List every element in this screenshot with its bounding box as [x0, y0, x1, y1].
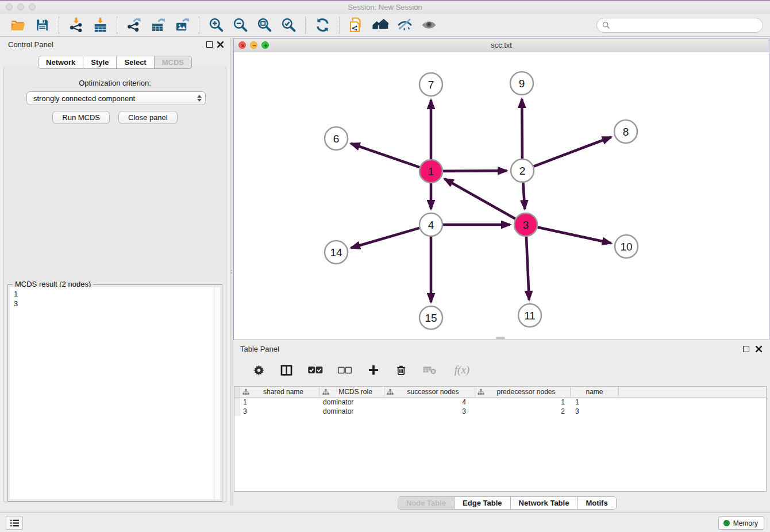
open-file-button[interactable]: [9, 16, 26, 34]
save-session-button[interactable]: [33, 16, 51, 34]
export-network-button[interactable]: [125, 16, 143, 34]
edge-2-9[interactable]: [522, 99, 522, 159]
import-network-button[interactable]: [67, 16, 84, 34]
table-cell[interactable]: 1: [475, 398, 571, 407]
close-panel-button[interactable]: Close panel: [118, 111, 178, 124]
table-row[interactable]: 3dominator323: [234, 407, 766, 416]
duplicate-network-button[interactable]: [348, 16, 365, 34]
refresh-icon: [315, 17, 330, 33]
duplicate-network-icon: [349, 17, 364, 33]
mcds-result-text-area[interactable]: 13: [10, 287, 220, 499]
delete-rows-button[interactable]: [392, 361, 410, 379]
column-header-name[interactable]: name: [571, 387, 619, 397]
result-scrollbar[interactable]: [214, 287, 220, 499]
list-icon: [10, 519, 20, 527]
status-bar: Memory: [0, 512, 770, 532]
edge-1-2[interactable]: [443, 171, 507, 171]
import-network-icon: [68, 17, 84, 33]
edge-2-3[interactable]: [523, 183, 525, 209]
zoom-fit-button[interactable]: [256, 16, 273, 34]
column-header-label: name: [573, 388, 616, 396]
edge-3-1[interactable]: [445, 179, 515, 218]
edge-4-14[interactable]: [351, 228, 419, 248]
memory-button[interactable]: Memory: [718, 516, 764, 530]
table-cell[interactable]: 1: [571, 398, 619, 407]
table-cell[interactable]: 3: [240, 407, 320, 416]
function-builder-button[interactable]: f(x): [450, 361, 474, 379]
splitter-handle-icon: [231, 269, 232, 275]
table-panel-float-icon[interactable]: [743, 346, 749, 352]
column-header-label: successor nodes: [394, 388, 472, 396]
column-header-shared-name[interactable]: shared name: [240, 387, 320, 397]
column-header-predecessor-nodes[interactable]: predecessor nodes: [475, 387, 571, 397]
sort-hierarchy-icon: [242, 389, 249, 395]
table-row[interactable]: 1dominator411: [234, 398, 766, 407]
table-cell[interactable]: dominator: [320, 398, 384, 407]
application-window: Session: New Session: [0, 0, 770, 532]
table-tab-edge-table[interactable]: Edge Table: [455, 497, 510, 509]
graph-node-label-1: 1: [428, 165, 434, 178]
graph-node-label-2: 2: [519, 165, 526, 177]
network-canvas[interactable]: 7968124314101511: [234, 52, 769, 340]
select-all-rows-button[interactable]: [305, 361, 325, 379]
table-cell[interactable]: 3: [571, 407, 619, 416]
home-view-button[interactable]: [372, 16, 389, 34]
graph-node-label-3: 3: [523, 219, 529, 231]
control-panel: Control Panel NetworkStyleSelectMCDS Opt…: [0, 38, 230, 506]
edge-3-11[interactable]: [526, 237, 529, 300]
edge-2-8[interactable]: [534, 137, 611, 167]
run-mcds-button[interactable]: Run MCDS: [52, 111, 110, 124]
fx-icon: f(x): [455, 364, 469, 376]
table-cell[interactable]: 4: [384, 398, 475, 407]
destroy-table-button[interactable]: [420, 361, 440, 379]
search-input[interactable]: [613, 20, 763, 31]
criterion-dropdown[interactable]: strongly connected component: [26, 91, 206, 105]
table-panel-close-icon[interactable]: [755, 345, 762, 352]
sort-hierarchy-icon: [478, 389, 484, 395]
table-panel-header: Table Panel: [233, 342, 770, 356]
control-tab-style[interactable]: Style: [83, 56, 117, 68]
refresh-button[interactable]: [314, 16, 331, 34]
column-header-mcds-role[interactable]: MCDS role: [320, 387, 384, 397]
table-cell[interactable]: 1: [240, 398, 320, 407]
export-image-button[interactable]: [174, 16, 191, 34]
toolbar-separator: [305, 17, 306, 34]
table-options-button[interactable]: [250, 361, 267, 379]
zoom-in-button[interactable]: [207, 16, 225, 34]
deselect-all-rows-button[interactable]: [335, 361, 355, 379]
table-cell[interactable]: dominator: [320, 407, 384, 416]
table-tab-node-table[interactable]: Node Table: [398, 497, 455, 509]
table-tab-network-table[interactable]: Network Table: [511, 497, 578, 509]
graph-node-label-6: 6: [333, 133, 340, 145]
control-tab-network[interactable]: Network: [38, 56, 83, 68]
network-window-titlebar[interactable]: scc.txt: [234, 38, 769, 52]
criterion-value: strongly connected component: [33, 94, 135, 103]
export-table-button[interactable]: [149, 16, 167, 34]
table-cell[interactable]: 3: [384, 407, 475, 416]
show-columns-button[interactable]: [278, 361, 295, 379]
search-icon: [602, 21, 610, 29]
add-row-button[interactable]: [365, 361, 382, 379]
table-cell[interactable]: 2: [475, 407, 571, 416]
control-panel-float-icon[interactable]: [206, 41, 213, 48]
show-all-button[interactable]: [420, 16, 437, 34]
control-tab-select[interactable]: Select: [117, 56, 154, 68]
edge-1-6[interactable]: [351, 144, 420, 167]
app-title: Session: New Session: [0, 0, 770, 14]
control-panel-close-icon[interactable]: [217, 41, 224, 48]
edge-3-10[interactable]: [538, 227, 611, 243]
table-tab-motifs[interactable]: Motifs: [578, 497, 615, 509]
control-tab-mcds[interactable]: MCDS: [155, 56, 191, 68]
zoom-out-button[interactable]: [232, 16, 249, 34]
graph-node-label-7: 7: [428, 79, 434, 91]
graph-node-label-10: 10: [620, 241, 632, 253]
unchecked-boxes-icon: [337, 366, 352, 375]
sort-hierarchy-icon: [322, 389, 329, 395]
canvas-hscroll-thumb[interactable]: [496, 337, 505, 339]
column-header-successor-nodes[interactable]: successor nodes: [384, 387, 475, 397]
hide-selected-button[interactable]: [396, 16, 413, 34]
import-table-button[interactable]: [91, 16, 109, 34]
task-history-button[interactable]: [6, 516, 23, 530]
gear-icon: [253, 364, 265, 376]
zoom-selected-button[interactable]: [280, 16, 297, 34]
